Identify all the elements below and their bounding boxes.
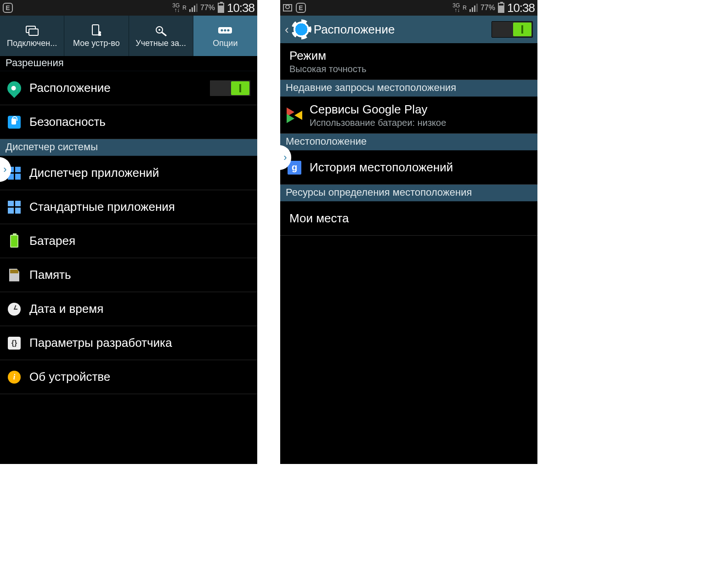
signal-icon [189, 4, 198, 12]
tab-label: Опции [195, 39, 255, 48]
svg-rect-2 [92, 25, 99, 35]
network-3g-icon: 3G↑↓ [452, 3, 460, 12]
screen-settings-options: E 3G↑↓ R 77% 10:38 Подключен... [0, 0, 257, 464]
status-bar: E 3G↑↓ R 77% 10:38 [280, 0, 537, 16]
grid-icon [6, 201, 22, 214]
my-device-icon [89, 24, 104, 37]
row-subtitle: Высокая точность [289, 64, 367, 74]
section-system-manager: Диспетчер системы [0, 139, 257, 156]
row-battery[interactable]: Батарея [0, 224, 257, 258]
svg-line-7 [162, 32, 166, 36]
gear-icon [294, 22, 309, 37]
svg-point-3 [98, 31, 101, 34]
title-bar: ‹ Расположение [280, 16, 537, 43]
location-master-toggle[interactable] [491, 21, 533, 38]
row-mode[interactable]: Режим Высокая точность [280, 43, 537, 80]
sd-card-icon [6, 269, 22, 282]
row-label: Безопасность [29, 115, 106, 129]
status-bar: E 3G↑↓ R 77% 10:38 [0, 0, 257, 16]
svg-rect-1 [29, 29, 38, 35]
accounts-icon [153, 24, 169, 37]
row-label: Расположение [29, 81, 111, 95]
row-label: Режим [289, 49, 326, 63]
row-label: Сервисы Google Play [310, 102, 446, 117]
row-label: Батарея [29, 234, 75, 248]
tab-my-device[interactable]: Мое устр-во [64, 16, 129, 56]
row-memory[interactable]: Память [0, 258, 257, 292]
braces-icon: {} [6, 337, 22, 350]
row-label: Память [29, 268, 71, 282]
row-label: Об устройстве [29, 370, 110, 384]
battery-percent: 77% [200, 4, 215, 12]
row-default-apps[interactable]: Стандартные приложения [0, 190, 257, 224]
row-label: Дата и время [29, 302, 103, 316]
battery-percent: 77% [480, 4, 495, 12]
clock-icon [6, 303, 22, 316]
screen-location-settings: E 3G↑↓ R 77% 10:38 ‹ Расположение Режим … [280, 0, 537, 464]
tab-label: Подключен... [2, 39, 62, 48]
row-label: Стандартные приложения [29, 200, 175, 214]
svg-rect-4 [98, 34, 101, 36]
svg-point-6 [158, 29, 160, 31]
svg-point-10 [224, 29, 226, 31]
row-developer[interactable]: {} Параметры разработчика [0, 326, 257, 360]
battery-icon [498, 3, 504, 13]
row-label: Диспетчер приложений [29, 166, 159, 180]
screenshot-icon [283, 4, 292, 11]
row-label: Параметры разработчика [29, 336, 172, 350]
play-store-icon [287, 107, 302, 123]
row-app-manager[interactable]: Диспетчер приложений [0, 156, 257, 190]
row-about[interactable]: i Об устройстве [0, 360, 257, 394]
row-subtitle: Использование батареи: низкое [310, 118, 446, 128]
svg-point-9 [221, 29, 223, 31]
svg-point-11 [227, 29, 230, 31]
row-google-play-services[interactable]: Сервисы Google Play Использование батаре… [280, 97, 537, 134]
section-permissions: Разрешения [0, 56, 257, 71]
row-datetime[interactable]: Дата и время [0, 292, 257, 326]
clock: 10:38 [507, 1, 535, 15]
tab-label: Учетные за... [131, 39, 191, 48]
page-title: Расположение [314, 23, 395, 37]
roaming-icon: R [463, 6, 467, 10]
section-location: Местоположение [280, 134, 537, 151]
lock-icon [6, 116, 22, 129]
options-icon [217, 24, 233, 37]
connections-icon [24, 24, 40, 37]
row-label: Мои места [289, 211, 349, 226]
battery-icon [6, 235, 22, 248]
section-recent-requests: Недавние запросы местоположения [280, 80, 537, 97]
edge-icon: E [296, 3, 306, 13]
roaming-icon: R [182, 6, 186, 10]
row-my-places[interactable]: Мои места [280, 202, 537, 236]
settings-tabs: Подключен... Мое устр-во Учетные за... О… [0, 16, 257, 56]
clock: 10:38 [227, 1, 254, 15]
tab-connections[interactable]: Подключен... [0, 16, 64, 56]
tab-options[interactable]: Опции [193, 16, 257, 56]
tab-accounts[interactable]: Учетные за... [129, 16, 193, 56]
tab-label: Мое устр-во [66, 39, 126, 48]
battery-icon [218, 3, 224, 13]
row-label: История местоположений [310, 160, 453, 175]
signal-icon [469, 4, 478, 12]
section-location-sources: Ресурсы определения местоположения [280, 185, 537, 202]
info-icon: i [6, 371, 22, 384]
location-toggle[interactable] [209, 80, 251, 96]
row-location-history[interactable]: g История местоположений [280, 151, 537, 185]
network-3g-icon: 3G↑↓ [172, 3, 180, 12]
row-location[interactable]: Расположение [0, 71, 257, 105]
location-pin-icon [6, 81, 22, 95]
edge-icon: E [3, 3, 13, 13]
back-icon[interactable]: ‹ [285, 23, 289, 37]
row-security[interactable]: Безопасность [0, 105, 257, 139]
